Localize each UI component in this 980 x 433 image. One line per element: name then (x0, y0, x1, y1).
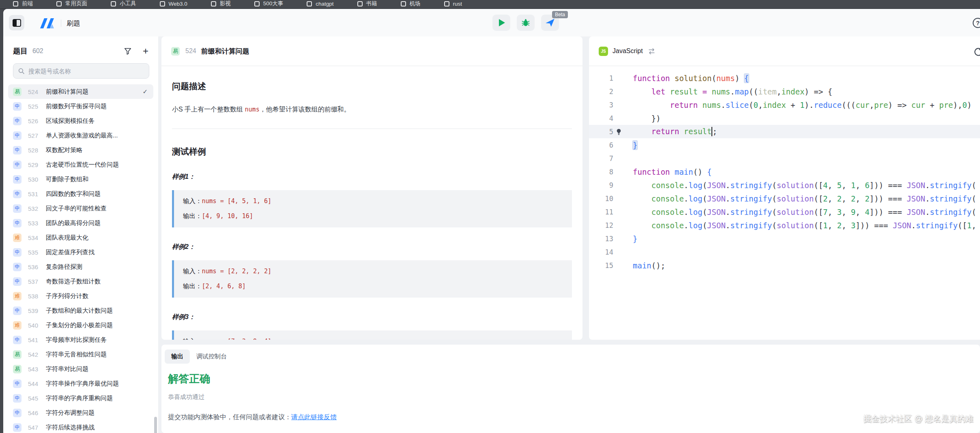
problem-number: 540 (28, 322, 45, 329)
problem-list-item[interactable]: 难540子集划分的最小极差问题 (8, 318, 153, 332)
bookmark-item[interactable]: 小工具 (111, 0, 136, 7)
reset-code-icon[interactable] (973, 47, 980, 59)
problem-number: 539 (28, 307, 45, 314)
code-line[interactable]: 11 console.log(JSON.stringify(solution([… (589, 205, 980, 219)
problem-list-item[interactable]: 中526区域探测模拟任务 (8, 114, 153, 128)
code-line[interactable]: 2 let result = nums.map((item,index) => … (589, 85, 980, 98)
code-text: } (613, 141, 637, 150)
problem-list-item[interactable]: 中535固定差值序列查找 (8, 245, 153, 259)
lightbulb-icon[interactable] (616, 129, 622, 137)
output-panel: 输出 调试控制台 解答正确 恭喜成功通过 提交功能内测体验中，任何问题或者建议：… (161, 345, 980, 433)
problem-name: 固定差值序列查找 (46, 249, 95, 256)
problem-list-item[interactable]: 中541字母频率对比探测任务 (8, 332, 153, 347)
search-box[interactable] (13, 63, 149, 79)
problem-list-item[interactable]: 中546字符分布调整问题 (8, 405, 153, 420)
difficulty-badge: 中 (13, 131, 21, 140)
feedback-link[interactable]: 请点此链接反馈 (291, 414, 337, 420)
filter-icon[interactable] (124, 47, 131, 55)
code-editor[interactable]: 1function solution(nums) {2 let result =… (589, 66, 980, 272)
code-line[interactable]: 4 }) (589, 111, 980, 125)
bookmark-label: 小工具 (120, 0, 136, 7)
sidebar-scrollbar[interactable] (154, 417, 157, 433)
help-icon[interactable]: ? (973, 18, 980, 28)
problem-list-item[interactable]: 中533团队的最高得分问题 (8, 216, 153, 230)
sample-label: 样例2： (172, 243, 572, 251)
problem-list-item[interactable]: 中539子数组和的最大计数问题 (8, 303, 153, 318)
bookmark-item[interactable]: chatgpt (307, 1, 333, 7)
problem-list-item[interactable]: 易524前缀和计算问题✓ (8, 84, 153, 99)
bookmark-item[interactable]: rust (444, 1, 462, 7)
problem-list-item[interactable]: 易543字符串对比问题 (8, 362, 153, 376)
difficulty-badge: 中 (13, 409, 21, 417)
problem-list-item[interactable]: 中536复杂路径探测 (8, 259, 153, 274)
problem-list-item[interactable]: 中530可删除子数组和 (8, 172, 153, 186)
difficulty-badge: 难 (13, 292, 21, 300)
code-line[interactable]: 10 console.log(JSON.stringify(solution([… (589, 192, 980, 205)
code-line[interactable]: 13} (589, 232, 980, 245)
problem-list-item[interactable]: 难534团队表现最大化 (8, 230, 153, 245)
bookmark-label: 500大事 (263, 0, 284, 7)
bookmark-item[interactable]: 前端 (13, 0, 33, 7)
problem-list-item[interactable]: 中529古老硬币位置统一代价问题 (8, 157, 153, 172)
problem-header: 易 524 前缀和计算问题 (161, 36, 582, 66)
problem-list-item[interactable]: 易542字符串元音相似性问题 (8, 347, 153, 362)
code-line[interactable]: 6} (589, 138, 980, 152)
code-line[interactable]: 12 console.log(JSON.stringify(solution([… (589, 219, 980, 232)
sample-io-label: 输入： (183, 268, 202, 274)
problem-list-item[interactable]: 中527单人资源收集游戏的最高... (8, 128, 153, 143)
line-number: 13 (589, 235, 613, 243)
problem-list-item[interactable]: 中531四因数的数字和问题 (8, 186, 153, 201)
bookmark-item[interactable]: 书籍 (357, 0, 377, 7)
bookmark-label: Web3.0 (169, 1, 187, 7)
code-line[interactable]: 14 (589, 245, 980, 259)
juejin-logo-icon[interactable] (38, 17, 57, 31)
tab-debug-console[interactable]: 调试控制台 (190, 349, 233, 364)
bookmark-item[interactable]: 500大事 (254, 0, 284, 7)
add-problem-icon[interactable]: + (143, 46, 148, 56)
bookmark-item[interactable]: 影视 (211, 0, 231, 7)
switch-language-icon[interactable] (648, 48, 655, 55)
problem-list-item[interactable]: 中528双数配对策略 (8, 143, 153, 157)
app-window: 刷题 (3, 9, 980, 433)
tab-output[interactable]: 输出 (165, 349, 190, 364)
problem-list-item[interactable]: 中545字符串的字典序重构问题 (8, 391, 153, 405)
code-line[interactable]: 9 console.log(JSON.stringify(solution([4… (589, 178, 980, 192)
description-text: 小S 手上有一个整数数组 (172, 106, 245, 113)
line-number: 11 (589, 208, 613, 216)
search-input[interactable] (28, 68, 144, 75)
code-text: console.log(JSON.stringify(solution([2, … (613, 194, 976, 203)
debug-button[interactable] (517, 15, 535, 31)
bookmark-item[interactable]: Web3.0 (160, 1, 187, 7)
code-line[interactable]: 8function main() { (589, 165, 980, 178)
problem-list-item[interactable]: 中544字符串操作字典序最优问题 (8, 376, 153, 391)
bookmark-item[interactable]: 常用页面 (56, 0, 87, 7)
problem-number: 530 (28, 176, 45, 183)
sample-label: 样例3： (172, 313, 572, 322)
bookmark-label: rust (453, 1, 462, 7)
line-number: 10 (589, 195, 613, 203)
code-line[interactable]: 3 return nums.slice(0,index + 1).reduce(… (589, 98, 980, 111)
problem-list-item[interactable]: 难538子序列得分计数 (8, 289, 153, 303)
code-line[interactable]: 15main(); (589, 259, 980, 272)
run-button[interactable] (492, 15, 510, 31)
bookmarks-list: 前端常用页面小工具Web3.0影视500大事chatgpt书籍机场rust (0, 0, 980, 9)
line-number: 7 (589, 154, 613, 163)
feedback-row: 提交功能内测体验中，任何问题或者建议：请点此链接反馈 (168, 413, 980, 422)
sidebar-toggle-button[interactable] (9, 15, 24, 30)
problem-list-item[interactable]: 中537奇数筛选子数组计数 (8, 274, 153, 289)
code-line[interactable]: 7 (589, 152, 980, 165)
difficulty-badge: 中 (13, 263, 21, 271)
problem-list-item[interactable]: 中547字符后续选择挑战 (8, 420, 153, 433)
problem-list-item[interactable]: 中532回文子串的可能性检查 (8, 201, 153, 216)
code-line[interactable]: 5 return result; (589, 125, 980, 138)
submit-button[interactable]: Beta (541, 15, 559, 31)
problem-number: 528 (28, 147, 45, 154)
bookmark-item[interactable]: 机场 (401, 0, 421, 7)
problem-number: 524 (28, 88, 45, 95)
problem-list-item[interactable]: 中525前缀数列平衡探寻问题 (8, 99, 153, 114)
problem-name: 子集划分的最小极差问题 (46, 322, 113, 329)
problem-number: 533 (28, 220, 45, 227)
problem-number: 542 (28, 351, 45, 358)
problem-number: 537 (28, 278, 45, 285)
code-line[interactable]: 1function solution(nums) { (589, 71, 980, 85)
